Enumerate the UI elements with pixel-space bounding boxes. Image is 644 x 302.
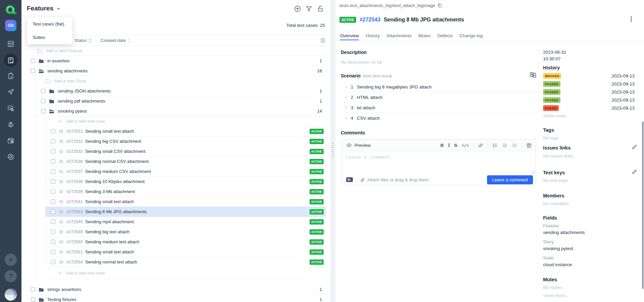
dashboard-icon[interactable] bbox=[4, 37, 17, 51]
test-case-row[interactable]: #272531 Sending small text attach ACTIVE bbox=[45, 126, 326, 136]
table-icon[interactable] bbox=[526, 143, 532, 148]
test-case-id-link[interactable]: #272543 bbox=[360, 17, 380, 23]
test-case-row[interactable]: #272545 Sending mp4 attachment ACTIVE bbox=[45, 217, 326, 227]
tab-defects[interactable]: Defects bbox=[437, 31, 453, 40]
test-case-row[interactable]: #272549 Sending big text attach ACTIVE bbox=[45, 227, 326, 237]
test-case-row[interactable]: #272554 Sending normal text attach ACTIV… bbox=[45, 257, 326, 267]
checkbox[interactable] bbox=[51, 139, 55, 143]
edit-issues-icon[interactable] bbox=[632, 144, 637, 150]
story-row[interactable]: sending pdf attachments 1 bbox=[35, 96, 326, 106]
checkbox[interactable] bbox=[51, 199, 55, 204]
test-case-row[interactable]: #272536 Sending normal CSV attachment AC… bbox=[45, 157, 326, 167]
checkbox[interactable] bbox=[51, 189, 55, 194]
user-avatar[interactable] bbox=[5, 289, 17, 301]
tab-mutes[interactable]: Mutes bbox=[418, 31, 431, 40]
italic-icon[interactable]: I bbox=[448, 143, 450, 148]
test-case-row-selected[interactable]: #272543 Sending 8 Mb JPG attachments ACT… bbox=[45, 207, 326, 217]
filter-icon[interactable] bbox=[305, 5, 313, 12]
resize-handle-icon[interactable] bbox=[531, 170, 535, 174]
tab-attachments[interactable]: Attachments bbox=[386, 31, 412, 40]
history-show-more[interactable]: Show more... bbox=[543, 113, 570, 118]
tab-history[interactable]: History bbox=[366, 31, 380, 40]
bullet-list-icon[interactable] bbox=[492, 143, 498, 148]
checkbox[interactable] bbox=[31, 297, 35, 302]
history-item[interactable]: PASSED 2023-09-13 bbox=[543, 80, 635, 88]
checkbox[interactable] bbox=[31, 59, 35, 63]
numbered-list-icon[interactable] bbox=[502, 143, 507, 148]
story-row-expanded[interactable]: smoking pytest 14 bbox=[35, 106, 326, 116]
panel-resizer[interactable] bbox=[330, 0, 335, 302]
analytics-icon[interactable] bbox=[4, 102, 17, 115]
tab-overview[interactable]: Overview bbox=[340, 31, 359, 40]
test-case-row[interactable]: #272551 Sending small text attach ACTIVE bbox=[45, 247, 326, 257]
checkbox[interactable] bbox=[51, 240, 55, 244]
checkbox[interactable] bbox=[51, 159, 55, 164]
scrollbar-thumb[interactable] bbox=[642, 121, 644, 289]
tree-mode-dropdown[interactable]: Features bbox=[27, 5, 61, 12]
code-icon[interactable]: </> bbox=[462, 143, 469, 147]
test-case-row[interactable]: #272537 Sending medium CSV attachment AC… bbox=[45, 167, 326, 177]
column-status[interactable]: Status bbox=[74, 38, 92, 43]
copy-icon[interactable] bbox=[437, 3, 442, 8]
checkbox[interactable] bbox=[51, 230, 55, 234]
add-icon[interactable] bbox=[294, 5, 301, 12]
column-created-date[interactable]: Created date bbox=[101, 38, 131, 43]
test-case-row[interactable]: #272538 Sending 10 Kbytes attachment ACT… bbox=[45, 177, 326, 187]
test-case-row[interactable]: #272532 Sending big CSV attachment ACTIV… bbox=[45, 136, 326, 146]
bold-icon[interactable]: B bbox=[440, 143, 444, 148]
test-cases-icon[interactable] bbox=[4, 54, 17, 67]
columns-settings-icon[interactable] bbox=[320, 38, 326, 43]
feature-row[interactable]: Testing fixtures 1 bbox=[30, 295, 326, 302]
edit-test-keys-icon[interactable] bbox=[632, 169, 637, 175]
feature-row-expanded[interactable]: sending attachments 16 bbox=[30, 66, 326, 76]
preview-toggle[interactable]: Preview bbox=[346, 142, 371, 148]
test-case-row[interactable]: #272533 Sending small CSV attachment ACT… bbox=[45, 146, 326, 157]
defects-icon[interactable] bbox=[4, 118, 17, 131]
comment-input[interactable]: Leave a comment bbox=[342, 151, 536, 174]
history-item[interactable]: BROKEN 2023-09-13 bbox=[543, 72, 635, 80]
checkbox[interactable] bbox=[41, 89, 46, 93]
checkbox[interactable] bbox=[51, 209, 55, 214]
story-row[interactable]: sending JSON attachments 1 bbox=[35, 86, 326, 96]
checkbox[interactable] bbox=[51, 179, 55, 184]
test-case-row[interactable]: #272539 Sending 3 Mb attachment ACTIVE bbox=[45, 187, 326, 197]
checkbox[interactable] bbox=[51, 220, 55, 224]
allure-logo-icon[interactable] bbox=[5, 4, 17, 16]
add-story-row[interactable]: Add a new Story bbox=[35, 76, 326, 86]
menu-item-test-cases-flat[interactable]: Test cases (flat) bbox=[27, 17, 72, 31]
add-feature-row[interactable]: Add a new Feature bbox=[30, 46, 326, 56]
launches-icon[interactable] bbox=[4, 85, 17, 99]
history-item[interactable]: FAILED 2023-09-13 bbox=[543, 104, 635, 112]
menu-item-suites[interactable]: Suites bbox=[27, 31, 72, 44]
feature-row[interactable]: in assertion 1 bbox=[30, 56, 326, 66]
collapse-steps-icon[interactable] bbox=[529, 71, 537, 78]
leave-comment-button[interactable]: Leave a comment bbox=[487, 175, 533, 184]
project-avatar[interactable]: GD bbox=[5, 20, 16, 31]
unlock-icon[interactable] bbox=[317, 5, 324, 12]
checkbox[interactable] bbox=[31, 287, 35, 292]
attach-files-button[interactable]: Attach files or drag & drop them bbox=[360, 177, 429, 182]
add-test-case-row[interactable]: Add a new test case bbox=[45, 267, 326, 279]
history-item[interactable]: PASSED 2023-09-13 bbox=[543, 88, 635, 96]
checkbox[interactable] bbox=[41, 109, 46, 113]
add-test-case-row[interactable]: Add a new test case bbox=[45, 116, 326, 126]
test-case-row[interactable]: #272541 Sending small text attach ACTIVE bbox=[45, 197, 326, 207]
tab-change-log[interactable]: Change log bbox=[460, 31, 483, 40]
task-list-icon[interactable] bbox=[512, 143, 517, 148]
mutes-show-more[interactable]: show more... bbox=[543, 293, 569, 298]
test-case-row[interactable]: #272550 Sending medium text attach ACTIV… bbox=[45, 237, 326, 247]
strikethrough-icon[interactable]: S bbox=[454, 143, 457, 148]
link-icon[interactable] bbox=[478, 143, 483, 148]
jobs-icon[interactable] bbox=[4, 134, 17, 147]
help-button[interactable]: ? bbox=[5, 270, 17, 282]
create-button[interactable]: + bbox=[5, 254, 17, 266]
history-item[interactable]: PASSED 2023-09-13 bbox=[543, 96, 635, 104]
feature-row[interactable]: strings assertions 1 bbox=[30, 285, 326, 295]
test-plans-icon[interactable] bbox=[4, 69, 17, 83]
checkbox[interactable] bbox=[51, 260, 55, 264]
settings-icon[interactable] bbox=[4, 150, 17, 164]
checkbox[interactable] bbox=[51, 169, 55, 174]
checkbox[interactable] bbox=[51, 250, 55, 254]
checkbox[interactable] bbox=[41, 99, 46, 103]
checkbox[interactable] bbox=[51, 129, 55, 133]
